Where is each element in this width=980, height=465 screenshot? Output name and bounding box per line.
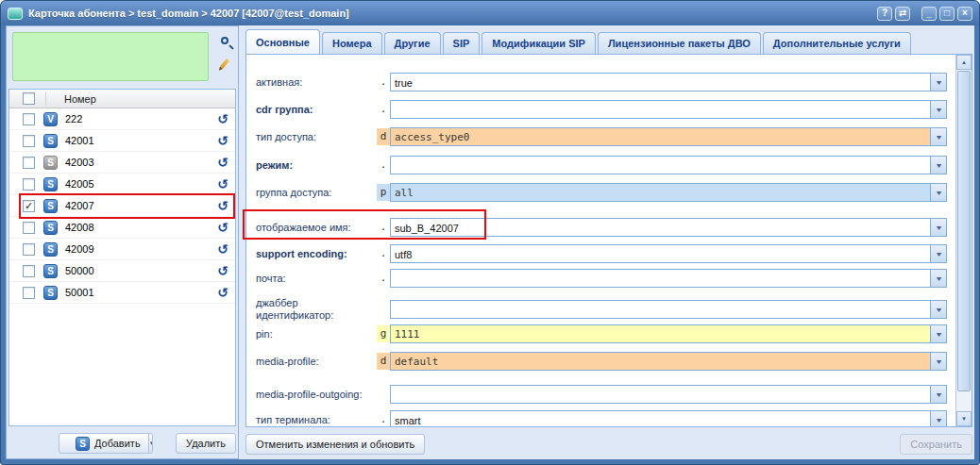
combo-media-profile-outgoing[interactable]: ▼ [390, 385, 947, 404]
history-icon[interactable]: ↺ [217, 199, 228, 212]
combo-terminal-type[interactable]: smart ▼ [390, 410, 947, 427]
subscriber-number: 42007 [65, 200, 217, 211]
form-field-media-profile: media-profile: d default ▼ [256, 349, 947, 374]
column-header-number[interactable]: Номер [46, 90, 235, 108]
list-item[interactable]: S 50000 ↺ [9, 260, 235, 282]
field-flag: . [377, 74, 390, 91]
list-item[interactable]: S 42008 ↺ [9, 217, 235, 239]
cancel-refresh-button[interactable]: Отменить изменения и обновить [245, 434, 425, 455]
combo-active[interactable]: true ▼ [390, 73, 947, 91]
chevron-down-icon[interactable]: ▼ [930, 270, 946, 287]
combo-access-type[interactable]: access_type0 ▼ [390, 127, 947, 146]
subscriber-type-icon: V [43, 112, 58, 126]
form-scrollbar[interactable]: ▲ ▼ [955, 55, 972, 426]
chevron-down-icon[interactable]: ▼ [930, 386, 946, 403]
chevron-down-icon[interactable]: ▼ [930, 245, 946, 262]
chevron-down-icon[interactable]: ▼ [930, 74, 946, 91]
combo-support-encoding[interactable]: utf8 ▼ [390, 244, 947, 263]
combo-access-group[interactable]: all ▼ [390, 183, 947, 202]
field-flag [377, 301, 390, 318]
chevron-down-icon[interactable]: ▼ [930, 325, 946, 342]
combo-pin[interactable]: 1111 ▼ [390, 324, 947, 343]
field-value: utf8 [391, 245, 930, 262]
delete-button-label: Удалить [186, 438, 226, 449]
combo-jabber-id[interactable]: ▼ [390, 300, 947, 319]
save-button[interactable]: Сохранить [900, 434, 972, 455]
subscriber-number: 42008 [65, 222, 217, 233]
tab-numbers[interactable]: Номера [322, 32, 382, 54]
table-header[interactable]: Номер [9, 90, 235, 108]
tab-main[interactable]: Основные [245, 29, 320, 54]
combo-display-name[interactable]: sub_B_42007 ▼ [390, 218, 947, 237]
history-icon[interactable]: ↺ [217, 264, 228, 277]
app-icon [8, 8, 23, 20]
list-item[interactable]: S 50001 ↺ [9, 282, 235, 304]
list-item[interactable]: S 42009 ↺ [9, 239, 235, 260]
tab-sip-modifications[interactable]: Модификации SIP [482, 32, 596, 54]
search-button[interactable] [215, 31, 234, 50]
chevron-down-icon[interactable]: ▼ [930, 353, 946, 370]
delete-button[interactable]: Удалить [176, 433, 236, 454]
row-checkbox-checked[interactable]: ✓ [23, 200, 35, 212]
subscriber-type-icon: S [43, 134, 58, 148]
history-icon[interactable]: ↺ [217, 134, 228, 147]
search-input[interactable] [12, 32, 209, 81]
row-checkbox[interactable] [23, 178, 35, 191]
select-all-checkbox[interactable] [23, 92, 35, 105]
field-label: почта: [256, 273, 377, 285]
scrollbar-thumb[interactable] [957, 71, 971, 391]
tab-others[interactable]: Другие [384, 32, 441, 54]
list-item[interactable]: V 222 ↺ [9, 108, 235, 130]
close-button[interactable]: × [957, 7, 972, 21]
window-titlebar[interactable]: Карточка абонента > test_domain > 42007 … [1, 1, 979, 25]
history-icon[interactable]: ↺ [217, 221, 228, 234]
row-checkbox[interactable] [23, 243, 35, 256]
tab-additional-services[interactable]: Дополнительные услуги [763, 32, 911, 54]
chevron-down-icon[interactable]: ▼ [930, 128, 946, 145]
tab-sip[interactable]: SIP [443, 32, 481, 54]
field-value [391, 101, 930, 118]
row-checkbox[interactable] [23, 135, 35, 147]
row-checkbox[interactable] [23, 113, 35, 125]
add-dropdown-button[interactable]: ▼ [148, 434, 153, 453]
add-button[interactable]: S Добавить ▼ [59, 433, 153, 454]
list-item[interactable]: S 42003 ↺ [9, 152, 235, 174]
combo-email[interactable]: ▼ [390, 269, 947, 288]
history-icon[interactable]: ↺ [217, 112, 228, 125]
add-button-label: Добавить [94, 438, 141, 449]
row-checkbox[interactable] [23, 287, 35, 299]
list-item[interactable]: S 42005 ↺ [9, 174, 235, 195]
chevron-down-icon[interactable]: ▼ [930, 157, 946, 174]
row-checkbox[interactable] [23, 265, 35, 277]
help-button[interactable]: ? [877, 7, 892, 21]
form-field-access-type: тип доступа: d access_type0 ▼ [256, 125, 947, 149]
history-icon[interactable]: ↺ [217, 286, 228, 299]
chevron-down-icon[interactable]: ▼ [930, 301, 946, 318]
list-item-selected[interactable]: ✓ S 42007 ↺ [9, 195, 235, 217]
minimize-button[interactable]: _ [921, 7, 937, 21]
field-flag: . [377, 270, 390, 287]
maximize-button[interactable]: □ [939, 7, 955, 21]
chevron-down-icon[interactable]: ▼ [930, 219, 946, 236]
sidebar-toolbar: S Добавить ▼ Удалить [8, 430, 236, 457]
chevron-down-icon[interactable]: ▼ [930, 411, 946, 427]
combo-mode[interactable]: ▼ [390, 156, 947, 174]
history-icon[interactable]: ↺ [217, 177, 228, 191]
combo-media-profile[interactable]: default ▼ [390, 352, 947, 371]
scroll-down-icon[interactable]: ▼ [956, 411, 972, 426]
combo-cdr-group[interactable]: ▼ [390, 100, 947, 119]
chevron-down-icon[interactable]: ▼ [930, 101, 946, 118]
history-icon[interactable]: ↺ [217, 242, 228, 256]
scroll-up-icon[interactable]: ▲ [956, 55, 972, 70]
add-button-main[interactable]: S Добавить [59, 434, 148, 453]
chevron-down-icon[interactable]: ▼ [930, 184, 946, 201]
list-item[interactable]: S 42001 ↺ [9, 130, 235, 152]
pencil-icon [220, 58, 229, 69]
field-value: true [391, 74, 930, 91]
history-icon[interactable]: ↺ [217, 156, 228, 169]
row-checkbox[interactable] [23, 222, 35, 234]
row-checkbox[interactable] [23, 157, 35, 169]
edit-filter-button[interactable] [215, 54, 234, 73]
refresh-button[interactable]: ⇄ [895, 7, 910, 21]
tab-license-packages[interactable]: Лицензионные пакеты ДВО [598, 32, 761, 54]
